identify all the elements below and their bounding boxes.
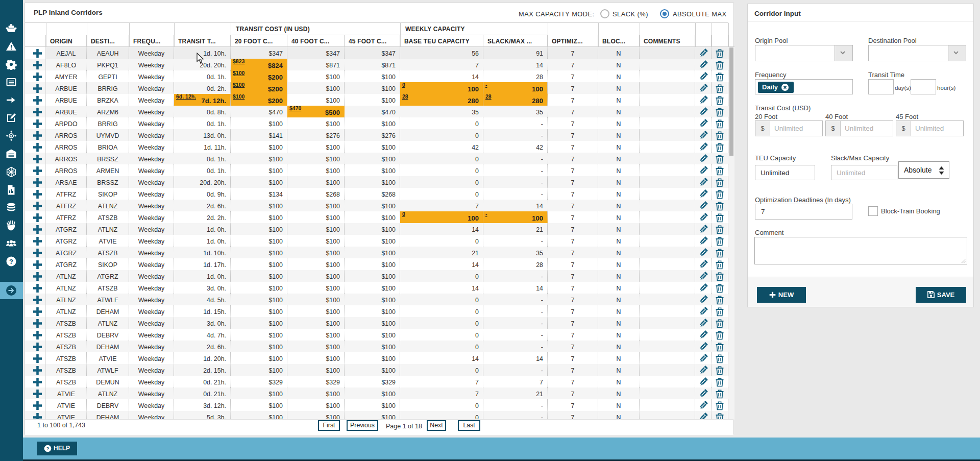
- svg-text:?: ?: [9, 258, 13, 265]
- svg-text:?: ?: [46, 446, 50, 451]
